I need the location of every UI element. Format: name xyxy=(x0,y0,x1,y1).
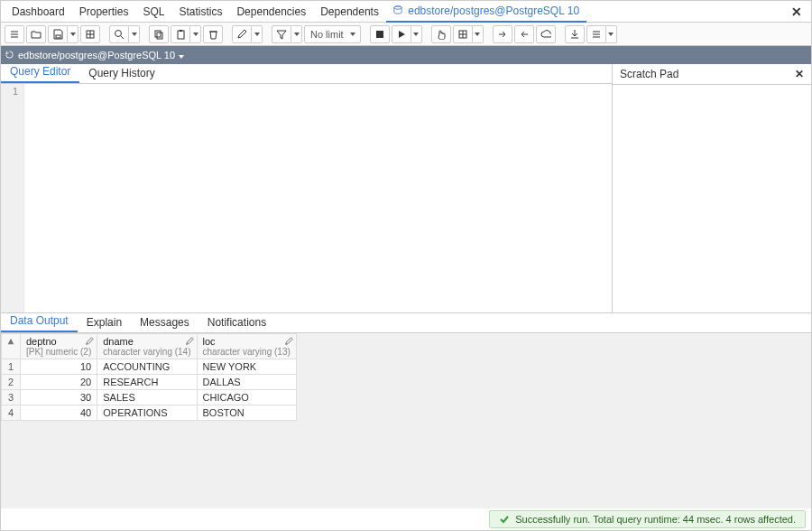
tab-dependents[interactable]: Dependents xyxy=(313,2,386,22)
toolbar-list-button[interactable] xyxy=(5,25,24,43)
row-limit-select[interactable]: No limit xyxy=(304,25,361,43)
filter-split-button[interactable] xyxy=(272,25,302,43)
tab-explain[interactable]: Explain xyxy=(78,312,131,332)
rollback-button[interactable] xyxy=(514,25,534,43)
macro-dropdown[interactable] xyxy=(606,25,617,43)
macro-button[interactable] xyxy=(586,25,606,43)
status-bar: Successfully run. Total query runtime: 4… xyxy=(1,508,811,530)
querytool-icon xyxy=(393,5,402,17)
tab-querytool[interactable]: edbstore/postgres@PostgreSQL 10 xyxy=(386,1,586,23)
sql-editor[interactable]: 1 xyxy=(1,84,612,312)
cell-deptno[interactable]: 30 xyxy=(21,390,97,405)
row-number: 1 xyxy=(2,359,21,375)
tab-sql[interactable]: SQL xyxy=(135,2,171,22)
save-dropdown[interactable] xyxy=(68,25,78,43)
col-header-loc[interactable]: loc character varying (13) xyxy=(197,334,296,359)
stop-button[interactable] xyxy=(370,25,390,43)
explain-button[interactable] xyxy=(453,25,473,43)
explain-split-button[interactable] xyxy=(453,25,484,43)
col-header-dname[interactable]: dname character varying (14) xyxy=(97,334,197,359)
table-row[interactable]: 330SALESCHICAGO xyxy=(2,390,297,405)
cell-loc[interactable]: BOSTON xyxy=(197,405,296,421)
check-icon xyxy=(499,514,510,525)
hand-button[interactable] xyxy=(431,25,451,43)
pencil-icon xyxy=(85,337,94,346)
tab-query-history[interactable]: Query History xyxy=(79,63,163,83)
download-button[interactable] xyxy=(565,25,585,43)
tab-data-output[interactable]: Data Output xyxy=(1,311,78,332)
table-row[interactable]: 110ACCOUNTINGNEW YORK xyxy=(2,359,297,375)
cell-dname[interactable]: RESEARCH xyxy=(97,375,197,390)
copy-button[interactable] xyxy=(149,25,169,43)
editor-tabs: Query Editor Query History xyxy=(1,64,612,84)
tab-dependencies[interactable]: Dependencies xyxy=(229,2,313,22)
paste-split-button[interactable] xyxy=(171,25,201,43)
cell-loc[interactable]: NEW YORK xyxy=(197,359,296,375)
status-message: Successfully run. Total query runtime: 4… xyxy=(489,510,806,528)
find-split-button[interactable] xyxy=(109,25,140,43)
tab-notifications[interactable]: Notifications xyxy=(198,312,275,332)
scratch-pad-body[interactable] xyxy=(613,85,811,312)
tab-messages[interactable]: Messages xyxy=(131,312,198,332)
open-file-button[interactable] xyxy=(26,25,46,43)
connection-label: edbstore/postgres@PostgreSQL 10 xyxy=(18,50,175,61)
col-name: deptno xyxy=(26,336,91,347)
edit-split-button[interactable] xyxy=(232,25,263,43)
editor-text-area[interactable] xyxy=(24,84,612,312)
output-tabs: Data Output Explain Messages Notificatio… xyxy=(1,313,811,333)
edit-button[interactable] xyxy=(232,25,252,43)
paste-button[interactable] xyxy=(171,25,190,43)
explain-dropdown[interactable] xyxy=(473,25,484,43)
col-name: loc xyxy=(203,336,291,347)
table-row[interactable]: 220RESEARCHDALLAS xyxy=(2,375,297,390)
col-header-deptno[interactable]: deptno [PK] numeric (2) xyxy=(21,334,97,359)
tab-querytool-label: edbstore/postgres@PostgreSQL 10 xyxy=(408,5,579,17)
row-number: 3 xyxy=(2,390,21,405)
cell-loc[interactable]: CHICAGO xyxy=(197,390,296,405)
paste-dropdown[interactable] xyxy=(190,25,201,43)
cell-dname[interactable]: OPERATIONS xyxy=(97,405,197,421)
cell-deptno[interactable]: 20 xyxy=(21,375,97,390)
scratch-pad-close-button[interactable]: ✕ xyxy=(795,68,804,80)
find-button[interactable] xyxy=(109,25,129,43)
table-row[interactable]: 440OPERATIONSBOSTON xyxy=(2,405,297,421)
execute-split-button[interactable] xyxy=(392,25,422,43)
save-button[interactable] xyxy=(48,25,68,43)
execute-dropdown[interactable] xyxy=(411,25,422,43)
cell-loc[interactable]: DALLAS xyxy=(197,375,296,390)
filter-button[interactable] xyxy=(272,25,291,43)
data-grid-wrapper: deptno [PK] numeric (2) dname character … xyxy=(1,333,811,508)
tab-statistics[interactable]: Statistics xyxy=(171,2,229,22)
close-tab-button[interactable]: ✕ xyxy=(786,5,807,19)
commit-button[interactable] xyxy=(493,25,512,43)
data-grid[interactable]: deptno [PK] numeric (2) dname character … xyxy=(1,333,297,421)
cell-dname[interactable]: SALES xyxy=(97,390,197,405)
cell-deptno[interactable]: 40 xyxy=(21,405,97,421)
pencil-icon xyxy=(284,337,293,346)
execute-button[interactable] xyxy=(392,25,411,43)
filter-dropdown[interactable] xyxy=(291,25,302,43)
row-number: 2 xyxy=(2,375,21,390)
tab-dashboard[interactable]: Dashboard xyxy=(5,2,72,22)
cell-deptno[interactable]: 10 xyxy=(21,359,97,375)
scratch-pad-pane: Scratch Pad ✕ xyxy=(613,64,811,312)
col-type: character varying (14) xyxy=(103,347,190,357)
connection-bar[interactable]: edbstore/postgres@PostgreSQL 10 xyxy=(1,46,811,64)
connection-icon xyxy=(5,50,14,61)
scratch-pad-header: Scratch Pad ✕ xyxy=(613,64,811,85)
macro-split-button[interactable] xyxy=(586,25,617,43)
delete-button[interactable] xyxy=(203,25,223,43)
scratch-pad-title: Scratch Pad xyxy=(620,68,678,80)
tab-query-editor[interactable]: Query Editor xyxy=(1,61,79,83)
cloud-button[interactable] xyxy=(536,25,556,43)
edit-dropdown[interactable] xyxy=(252,25,263,43)
grid-button[interactable] xyxy=(80,25,100,43)
save-split-button[interactable] xyxy=(48,25,78,43)
find-dropdown[interactable] xyxy=(129,25,140,43)
tab-properties[interactable]: Properties xyxy=(72,2,136,22)
editor-gutter: 1 xyxy=(1,84,24,312)
top-tabbar: Dashboard Properties SQL Statistics Depe… xyxy=(1,1,811,23)
output-area: Data Output Explain Messages Notificatio… xyxy=(1,313,811,530)
cell-dname[interactable]: ACCOUNTING xyxy=(97,359,197,375)
grid-corner[interactable] xyxy=(2,334,21,359)
